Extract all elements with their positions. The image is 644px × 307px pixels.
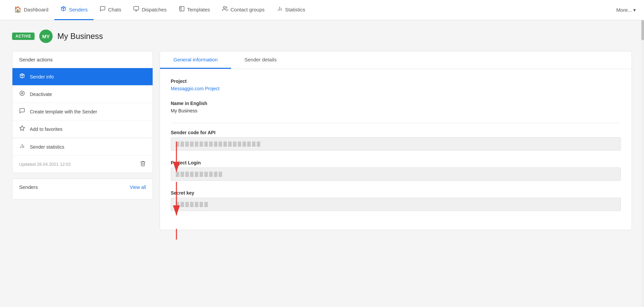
sender-info-icon	[19, 73, 25, 81]
sender-code-input: ▓▓▓▓▓▓▓▓▓▓▓▓▓▓▓▓▓▓	[171, 137, 621, 151]
divider	[171, 123, 621, 123]
nav-item-dispatches[interactable]: Dispatches	[127, 0, 172, 20]
delete-button[interactable]	[140, 160, 146, 168]
svg-point-2	[223, 6, 225, 8]
top-navigation: 🏠 Dashboard Senders Chats Dispatches	[0, 0, 644, 20]
avatar: MY	[39, 30, 53, 43]
page-header: ACTIVE MY My Business	[12, 30, 632, 43]
secret-key-input: ▓▓▓▓▓▓▓	[171, 198, 621, 211]
sidebar-item-sender-info[interactable]: Sender info	[12, 68, 153, 86]
tab-general-information[interactable]: General information	[160, 51, 231, 69]
field-secret-key: Secret key ▓▓▓▓▓▓▓	[171, 190, 621, 211]
nav-item-dashboard[interactable]: 🏠 Dashboard	[8, 0, 54, 20]
svg-point-3	[20, 91, 24, 96]
nav-item-contact-groups[interactable]: Contact groups	[216, 0, 271, 20]
nav-more-button[interactable]: More... ▾	[616, 7, 636, 13]
deactivate-icon	[19, 90, 25, 98]
field-project-login: Project Login ▓▓▓▓▓▓▓▓▓▓	[171, 160, 621, 181]
chats-icon	[100, 6, 106, 13]
home-icon: 🏠	[14, 6, 21, 13]
sidebar-footer: Updated 28.04.2021 12:02	[12, 156, 153, 173]
sender-actions-card: Sender actions Sender info	[12, 51, 153, 173]
panel-tabs: General information Sender details	[160, 51, 632, 69]
nav-item-statistics[interactable]: Statistics	[271, 0, 311, 20]
field-sender-code: Sender code for API ▓▓▓▓▓▓▓▓▓▓▓▓▓▓▓▓▓▓	[171, 130, 621, 151]
main-layout: Sender actions Sender info	[12, 51, 632, 230]
project-link[interactable]: Messaggio.com Project	[171, 86, 220, 91]
view-all-link[interactable]: View all	[130, 185, 146, 190]
sidebar-item-create-template[interactable]: Create template with the Sender	[12, 103, 153, 120]
sidebar-item-deactivate[interactable]: Deactivate	[12, 86, 153, 103]
svg-rect-0	[134, 6, 139, 10]
panel-body: Project Messaggio.com Project Name in En…	[160, 69, 632, 230]
status-badge: ACTIVE	[12, 33, 35, 40]
svg-marker-5	[20, 126, 25, 131]
senders-card: Senders View all	[12, 178, 153, 200]
nav-item-templates[interactable]: Templates	[173, 0, 216, 20]
sidebar-item-sender-statistics[interactable]: Sender statistics	[12, 138, 153, 156]
page-content: ACTIVE MY My Business Sender actions Sen…	[0, 20, 644, 240]
field-project: Project Messaggio.com Project	[171, 79, 621, 91]
sidebar-item-add-favorites[interactable]: Add to favorites	[12, 120, 153, 138]
scrollbar-track[interactable]	[641, 20, 644, 240]
senders-card-header: Senders View all	[19, 184, 146, 190]
tab-sender-details[interactable]: Sender details	[231, 51, 290, 69]
contact-groups-icon	[222, 6, 228, 13]
sidebar: Sender actions Sender info	[12, 51, 153, 200]
nav-item-senders[interactable]: Senders	[54, 0, 94, 20]
field-name-english: Name in English My Business	[171, 101, 621, 113]
dispatches-icon	[133, 6, 139, 13]
page-title: My Business	[57, 32, 103, 41]
scrollbar-thumb[interactable]	[641, 20, 644, 40]
project-login-input: ▓▓▓▓▓▓▓▓▓▓	[171, 167, 621, 181]
sender-actions-title: Sender actions	[12, 51, 153, 68]
svg-rect-1	[179, 6, 184, 11]
statistics-bar-icon	[19, 143, 25, 151]
senders-icon	[60, 6, 66, 13]
chevron-down-icon: ▾	[633, 7, 636, 13]
main-panel: General information Sender details Proje…	[160, 51, 632, 230]
nav-item-chats[interactable]: Chats	[94, 0, 127, 20]
star-icon	[19, 125, 25, 133]
statistics-icon	[277, 6, 283, 13]
templates-icon	[179, 6, 185, 13]
create-template-icon	[19, 108, 25, 115]
svg-point-4	[21, 93, 23, 94]
